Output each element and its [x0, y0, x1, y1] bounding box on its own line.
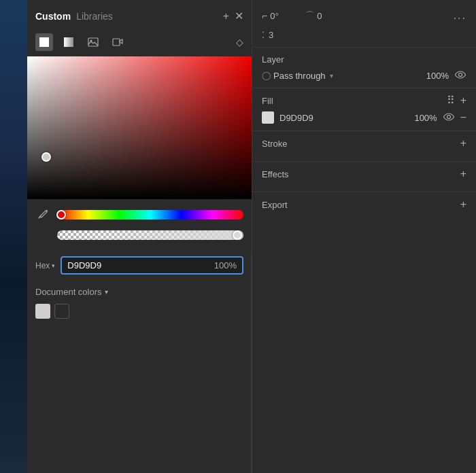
hex-label[interactable]: Hex ▾	[35, 261, 55, 270]
svg-rect-4	[113, 39, 120, 46]
fill-row: D9D9D9 100% −	[262, 111, 466, 124]
gradient-tool[interactable]	[60, 33, 78, 51]
layer-section-title: Layer	[262, 54, 284, 65]
more-button[interactable]: ...	[454, 10, 466, 22]
doc-colors-chevron: ▾	[105, 288, 108, 296]
blur-value[interactable]: 3	[269, 30, 273, 40]
angle-field: ⌐ 0°	[262, 10, 289, 21]
hex-row: Hex ▾ 100%	[27, 253, 252, 281]
visibility-toggle[interactable]	[454, 70, 466, 81]
color-picker[interactable]	[27, 56, 252, 199]
hex-input[interactable]	[67, 260, 214, 270]
angle-value[interactable]: 0°	[270, 11, 289, 21]
fill-section: Fill ⠿ + D9D9D9 100% −	[252, 88, 476, 130]
doc-colors-section: Document colors ▾	[27, 281, 252, 326]
alpha-slider-row	[35, 228, 243, 243]
blur-icon: ⁚	[262, 30, 265, 40]
sliders-area	[27, 199, 252, 253]
stroke-section-header: Stroke +	[262, 138, 466, 149]
fill-section-header: Fill ⠿ +	[262, 95, 466, 106]
layer-opacity[interactable]: 100%	[422, 71, 449, 81]
dropper-icon-right[interactable]: ◇	[236, 37, 243, 48]
doc-colors-label: Document colors	[35, 287, 102, 297]
right-panel: ⌐ 0° ⌒ 0 ... ⁚ 3 Layer ◯ Pass through ▾ …	[252, 0, 476, 473]
fill-add-button[interactable]: +	[460, 95, 466, 106]
stroke-section: Stroke +	[252, 130, 476, 161]
header-icons: + ✕	[223, 10, 243, 22]
angle-icon: ⌐	[262, 10, 267, 21]
effects-add-button[interactable]: +	[460, 169, 466, 179]
color-swatches	[35, 304, 243, 319]
layer-section: Layer ◯ Pass through ▾ 100%	[252, 47, 476, 88]
blend-mode-selector[interactable]: ◯ Pass through ▾	[262, 71, 416, 81]
fill-hex[interactable]: D9D9D9	[279, 113, 409, 123]
hue-slider[interactable]	[57, 210, 243, 220]
tab-libraries[interactable]: Libraries	[76, 11, 113, 22]
color-gradient[interactable]	[27, 56, 252, 199]
left-panel: Custom Libraries + ✕	[0, 0, 252, 473]
svg-rect-0	[39, 37, 49, 47]
picker-dot[interactable]	[41, 152, 51, 162]
stroke-add-button[interactable]: +	[460, 138, 466, 149]
background-image	[0, 0, 27, 473]
panel-header: Custom Libraries + ✕	[27, 0, 252, 29]
export-add-button[interactable]: +	[460, 199, 466, 210]
export-section-title: Export	[262, 200, 288, 210]
video-tool[interactable]	[109, 33, 126, 51]
corner-field: ⌒ 0	[305, 10, 336, 22]
fill-section-actions: ⠿ +	[447, 95, 466, 106]
fill-remove-button[interactable]: −	[460, 112, 466, 123]
fill-opacity[interactable]: 100%	[414, 113, 437, 123]
tab-custom[interactable]: Custom	[35, 11, 71, 22]
fill-grid-icon[interactable]: ⠿	[447, 95, 455, 106]
svg-point-6	[447, 116, 450, 119]
close-icon[interactable]: ✕	[235, 10, 243, 22]
alpha-slider[interactable]	[57, 230, 243, 240]
panel-content: Custom Libraries + ✕	[27, 0, 252, 473]
corner-value[interactable]: 0	[317, 11, 336, 21]
hue-slider-row	[35, 207, 243, 222]
stroke-section-title: Stroke	[262, 139, 288, 149]
swatch-dark[interactable]	[54, 304, 69, 319]
tool-row: ◇	[27, 29, 252, 56]
svg-rect-2	[88, 38, 98, 46]
solid-color-tool[interactable]	[35, 33, 53, 51]
opacity-display: 100%	[214, 260, 237, 270]
effects-section-header: Effects +	[262, 169, 466, 179]
svg-rect-1	[64, 37, 73, 47]
blend-mode-text: Pass through	[273, 71, 326, 81]
blend-chevron: ▾	[330, 72, 333, 80]
alpha-thumb[interactable]	[233, 230, 242, 240]
svg-point-5	[459, 73, 462, 77]
hue-thumb[interactable]	[56, 210, 66, 220]
doc-colors-header[interactable]: Document colors ▾	[35, 287, 243, 297]
alpha-spacer	[35, 228, 50, 243]
image-tool[interactable]	[84, 33, 102, 51]
blend-icon: ◯	[262, 71, 271, 80]
fill-visibility-toggle[interactable]	[443, 112, 455, 123]
corner-icon: ⌒	[305, 10, 314, 22]
swatch-light[interactable]	[35, 304, 50, 319]
layer-section-header: Layer	[262, 54, 466, 65]
effects-section: Effects +	[252, 161, 476, 192]
fill-swatch[interactable]	[262, 111, 274, 124]
blur-row: ⁚ 3	[252, 29, 476, 47]
export-section-header: Export +	[262, 199, 466, 210]
effects-section-title: Effects	[262, 169, 289, 179]
add-icon[interactable]: +	[223, 11, 229, 22]
right-top-row: ⌐ 0° ⌒ 0 ...	[252, 0, 476, 29]
export-section: Export +	[252, 192, 476, 222]
eyedropper-button[interactable]	[35, 207, 50, 222]
fill-section-title: Fill	[262, 96, 273, 106]
hex-input-wrapper: 100%	[61, 256, 243, 275]
layer-row: ◯ Pass through ▾ 100%	[262, 70, 466, 81]
hex-chevron: ▾	[52, 262, 55, 269]
